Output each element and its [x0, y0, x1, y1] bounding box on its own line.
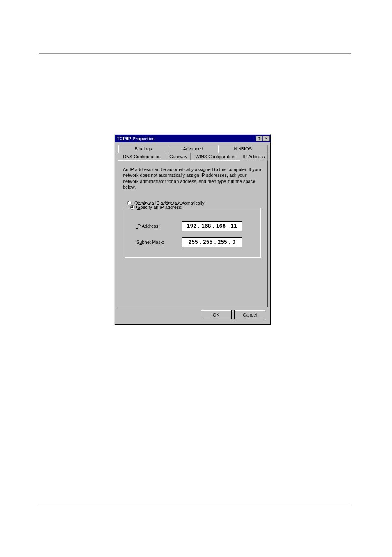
ok-button[interactable]: OK — [201, 310, 232, 319]
tab-advanced[interactable]: Advanced — [168, 145, 218, 153]
tab-gateway[interactable]: Gateway — [166, 153, 191, 160]
dialog-buttons: OK Cancel — [118, 307, 268, 322]
tab-label: DNS Configuration — [123, 154, 161, 159]
radio-label: Specify an IP address: — [136, 204, 183, 210]
tab-wins-configuration[interactable]: WINS Configuration — [191, 153, 240, 160]
button-label: Cancel — [243, 312, 257, 317]
tcpip-properties-dialog: TCP/IP Properties ? × Bindings Advanced … — [114, 134, 271, 325]
radio-specify-ip[interactable]: Specify an IP address: — [129, 204, 184, 210]
tabs-back-row: Bindings Advanced NetBIOS — [118, 145, 268, 153]
tab-label: WINS Configuration — [195, 154, 235, 159]
dialog-body: Bindings Advanced NetBIOS DNS Configurat… — [115, 142, 270, 324]
subnet-mask-input[interactable]: 255 . 255 . 255 . 0 — [182, 237, 242, 247]
divider-top — [39, 53, 351, 54]
subnet-value: 255 . 255 . 255 . 0 — [189, 239, 235, 245]
tab-label: Gateway — [169, 154, 187, 159]
dialog-title: TCP/IP Properties — [117, 136, 155, 141]
help-icon: ? — [258, 136, 261, 141]
tab-bindings[interactable]: Bindings — [118, 145, 168, 153]
ip-value: 192 . 168 . 168 . 11 — [187, 223, 237, 229]
tab-label: IP Address — [243, 154, 265, 159]
panel-description: An IP address can be automatically assig… — [123, 166, 263, 190]
titlebar-buttons: ? × — [256, 136, 270, 141]
tab-label: NetBIOS — [234, 146, 252, 151]
ip-address-row: IP Address: 192 . 168 . 168 . 11 — [136, 221, 252, 231]
tab-netbios[interactable]: NetBIOS — [218, 145, 268, 153]
tabs-front-row: DNS Configuration Gateway WINS Configura… — [118, 153, 268, 160]
titlebar[interactable]: TCP/IP Properties ? × — [115, 135, 270, 142]
divider-bottom — [39, 504, 351, 504]
tab-label: Bindings — [135, 146, 152, 151]
help-button[interactable]: ? — [256, 136, 263, 141]
specify-ip-fieldset: Specify an IP address: IP Address: 192 .… — [125, 208, 261, 257]
subnet-mask-row: Subnet Mask: 255 . 255 . 255 . 0 — [136, 237, 252, 247]
close-button[interactable]: × — [263, 136, 270, 141]
ip-address-input[interactable]: 192 . 168 . 168 . 11 — [182, 221, 242, 231]
close-icon: × — [265, 136, 267, 141]
ip-address-label: IP Address: — [136, 224, 172, 229]
subnet-mask-label: Subnet Mask: — [136, 240, 172, 245]
cancel-button[interactable]: Cancel — [234, 310, 265, 319]
button-label: OK — [213, 312, 219, 317]
tab-ip-address[interactable]: IP Address — [240, 153, 268, 161]
radio-icon — [130, 205, 135, 210]
ip-address-panel: An IP address can be automatically assig… — [118, 160, 268, 307]
tab-dns-configuration[interactable]: DNS Configuration — [118, 153, 166, 160]
tab-label: Advanced — [183, 146, 203, 151]
